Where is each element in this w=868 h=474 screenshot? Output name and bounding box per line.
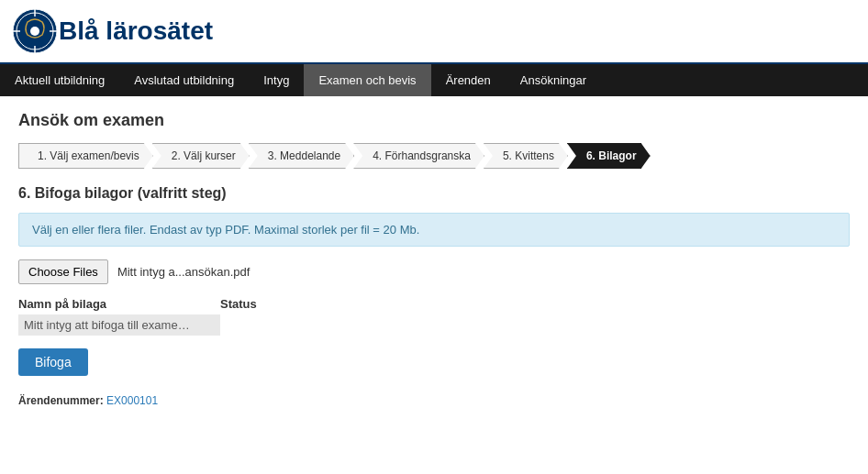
file-upload-area: Choose Files Mitt intyg a...ansökan.pdf — [18, 259, 850, 284]
section-title: 6. Bifoga bilagor (valfritt steg) — [18, 185, 850, 202]
nav-aktuell-utbildning[interactable]: Aktuell utbildning — [0, 64, 119, 96]
step-4[interactable]: 4. Förhandsgranska — [353, 143, 484, 169]
step-breadcrumb: 1. Välj examen/bevis 2. Välj kurser 3. M… — [18, 143, 850, 169]
nav-intyg[interactable]: Intyg — [249, 64, 304, 96]
site-title: Blå lärosätet — [59, 17, 213, 46]
arendenummer-link[interactable]: EX000101 — [106, 394, 158, 407]
main-nav: Aktuell utbildning Avslutad utbildning I… — [0, 64, 868, 96]
arendenummer-label: Ärendenummer: — [18, 394, 104, 407]
cell-attachment-status — [220, 322, 312, 329]
choose-files-button[interactable]: Choose Files — [18, 259, 108, 284]
col-header-status: Status — [220, 297, 312, 311]
step-5[interactable]: 5. Kvittens — [484, 143, 568, 169]
table-row: Mitt intyg att bifoga till exame… — [18, 314, 850, 336]
nav-ansokningar[interactable]: Ansökningar — [506, 64, 601, 96]
cell-attachment-name: Mitt intyg att bifoga till exame… — [18, 314, 220, 336]
page-heading: Ansök om examen — [18, 111, 850, 130]
step-3[interactable]: 3. Meddelande — [249, 143, 354, 169]
footer: Ärendenummer: EX000101 — [18, 394, 850, 407]
nav-arenden[interactable]: Ärenden — [431, 64, 506, 96]
step-2[interactable]: 2. Välj kurser — [152, 143, 250, 169]
col-header-name: Namn på bilaga — [18, 297, 220, 311]
header: Blå lärosätet — [0, 0, 868, 64]
main-content: Ansök om examen 1. Välj examen/bevis 2. … — [0, 96, 868, 422]
step-1[interactable]: 1. Välj examen/bevis — [18, 143, 153, 169]
nav-examen-och-bevis[interactable]: Examen och bevis — [304, 64, 430, 96]
svg-point-2 — [30, 27, 39, 36]
step-6[interactable]: 6. Bilagor — [567, 143, 651, 169]
bifoga-button[interactable]: Bifoga — [18, 348, 88, 376]
selected-file-name: Mitt intyg a...ansökan.pdf — [117, 265, 250, 279]
university-logo — [11, 7, 59, 55]
table-header: Namn på bilaga Status — [18, 297, 850, 311]
info-box: Välj en eller flera filer. Endast av typ… — [18, 213, 850, 247]
nav-avslutad-utbildning[interactable]: Avslutad utbildning — [119, 64, 249, 96]
